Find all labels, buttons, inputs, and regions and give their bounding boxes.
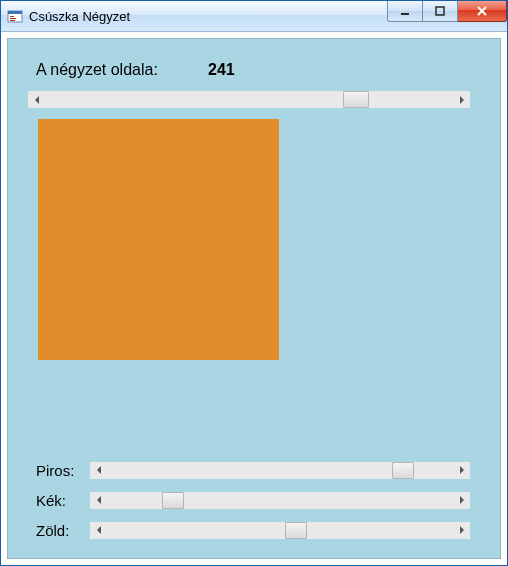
close-button[interactable]: [458, 1, 507, 22]
svg-marker-11: [97, 466, 101, 474]
svg-rect-2: [10, 16, 14, 17]
red-label: Piros:: [36, 462, 90, 479]
blue-label: Kék:: [36, 492, 90, 509]
slider-thumb[interactable]: [162, 492, 184, 509]
svg-rect-4: [10, 20, 15, 21]
red-row: Piros:: [36, 460, 470, 480]
slider-thumb[interactable]: [343, 91, 369, 108]
side-length-value: 241: [208, 61, 235, 79]
maximize-button[interactable]: [423, 1, 458, 22]
chevron-left-icon[interactable]: [28, 91, 45, 108]
minimize-button[interactable]: [387, 1, 423, 22]
chevron-left-icon[interactable]: [90, 462, 107, 479]
slider-track[interactable]: [107, 522, 453, 539]
chevron-right-icon[interactable]: [453, 91, 470, 108]
green-row: Zöld:: [36, 520, 470, 540]
slider-track[interactable]: [107, 492, 453, 509]
svg-marker-15: [97, 526, 101, 534]
slider-track[interactable]: [45, 91, 453, 108]
app-icon: [7, 8, 23, 24]
svg-rect-5: [401, 13, 409, 15]
slider-thumb[interactable]: [392, 462, 414, 479]
color-square: [38, 119, 279, 360]
green-label: Zöld:: [36, 522, 90, 539]
blue-row: Kék:: [36, 490, 470, 510]
slider-track[interactable]: [107, 462, 453, 479]
svg-marker-10: [460, 96, 464, 104]
svg-marker-16: [460, 526, 464, 534]
chevron-right-icon[interactable]: [453, 462, 470, 479]
window-buttons: [387, 1, 507, 31]
green-slider[interactable]: [90, 522, 470, 539]
svg-rect-3: [10, 18, 16, 19]
svg-rect-6: [436, 7, 444, 15]
svg-marker-12: [460, 466, 464, 474]
chevron-left-icon[interactable]: [90, 522, 107, 539]
blue-slider[interactable]: [90, 492, 470, 509]
chevron-left-icon[interactable]: [90, 492, 107, 509]
svg-rect-1: [8, 11, 22, 14]
app-window: Csúszka Négyzet A négyzet oldala: 241: [0, 0, 508, 566]
window-title: Csúszka Négyzet: [29, 8, 130, 24]
slider-thumb[interactable]: [285, 522, 307, 539]
titlebar[interactable]: Csúszka Négyzet: [1, 1, 507, 32]
side-length-slider[interactable]: [28, 91, 470, 108]
side-length-label: A négyzet oldala:: [36, 61, 158, 79]
client-area: A négyzet oldala: 241 Piros:: [7, 38, 501, 559]
chevron-right-icon[interactable]: [453, 492, 470, 509]
svg-marker-13: [97, 496, 101, 504]
chevron-right-icon[interactable]: [453, 522, 470, 539]
svg-marker-9: [35, 96, 39, 104]
red-slider[interactable]: [90, 462, 470, 479]
svg-marker-14: [460, 496, 464, 504]
